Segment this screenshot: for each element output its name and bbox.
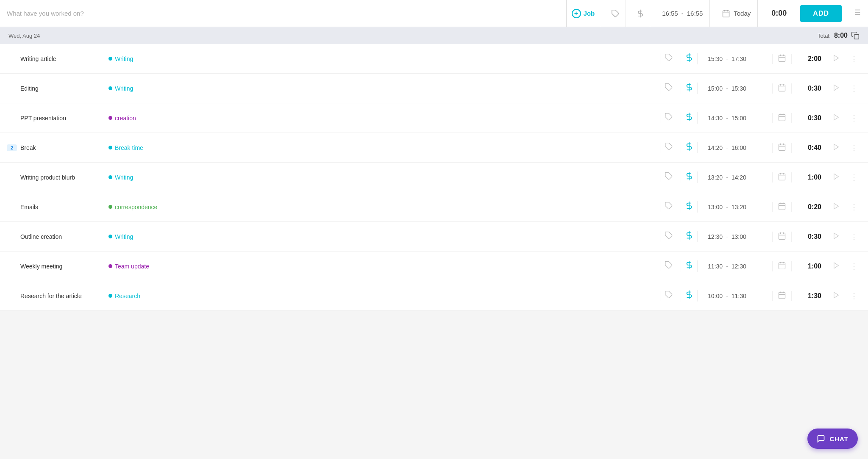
- description-input[interactable]: What have you worked on?: [7, 10, 561, 17]
- tag-icon[interactable]: [660, 231, 677, 242]
- entry-time-end[interactable]: 13:20: [732, 204, 746, 210]
- entry-time-start[interactable]: 10:00: [708, 293, 723, 299]
- more-button[interactable]: ⋮: [848, 202, 861, 212]
- billable-icon[interactable]: [681, 290, 698, 301]
- tag-icon[interactable]: [660, 142, 677, 153]
- entry-time-start[interactable]: 11:30: [708, 263, 723, 270]
- billable-icon[interactable]: [681, 201, 698, 213]
- billable-icon[interactable]: [681, 53, 698, 64]
- entry-time-end[interactable]: 17:30: [732, 55, 746, 62]
- play-button[interactable]: [828, 202, 844, 212]
- svg-marker-40: [834, 144, 839, 150]
- calendar-icon[interactable]: [772, 291, 792, 301]
- more-button[interactable]: ⋮: [848, 143, 861, 152]
- play-button[interactable]: [828, 262, 844, 271]
- play-button[interactable]: [828, 54, 844, 64]
- svg-marker-54: [834, 203, 839, 209]
- time-start[interactable]: 16:55: [662, 10, 678, 17]
- svg-rect-2: [723, 11, 729, 17]
- tag-icon[interactable]: [660, 202, 677, 212]
- job-dot: [108, 57, 112, 61]
- time-range[interactable]: 16:55 - 16:55: [655, 0, 710, 27]
- play-button[interactable]: [828, 143, 844, 152]
- entry-time-end[interactable]: 12:30: [732, 263, 746, 270]
- play-button[interactable]: [828, 232, 844, 241]
- play-button[interactable]: [828, 173, 844, 182]
- calendar-icon[interactable]: [772, 202, 792, 212]
- billable-icon[interactable]: [681, 260, 698, 272]
- entry-time-start[interactable]: 15:00: [708, 85, 723, 92]
- copy-icon[interactable]: [851, 31, 860, 40]
- more-button[interactable]: ⋮: [848, 262, 861, 271]
- time-dash: -: [726, 144, 728, 151]
- entry-job[interactable]: Team update: [108, 263, 657, 270]
- time-end[interactable]: 16:55: [687, 10, 703, 17]
- more-button[interactable]: ⋮: [848, 173, 861, 182]
- more-button[interactable]: ⋮: [848, 84, 861, 93]
- billable-icon[interactable]: [681, 112, 698, 124]
- job-dot: [108, 205, 112, 209]
- entry-time-end[interactable]: 15:30: [732, 85, 746, 92]
- view-toggle-icon[interactable]: [847, 8, 861, 19]
- entry-time-end[interactable]: 11:30: [732, 293, 746, 299]
- entry-time-start[interactable]: 13:20: [708, 174, 723, 181]
- play-button[interactable]: [828, 113, 844, 123]
- entry-job[interactable]: Writing: [108, 55, 657, 62]
- tag-icon[interactable]: [660, 261, 677, 271]
- more-button[interactable]: ⋮: [848, 113, 861, 123]
- entry-job[interactable]: Research: [108, 293, 657, 299]
- billable-icon[interactable]: [681, 231, 698, 242]
- calendar-icon[interactable]: [772, 261, 792, 271]
- entry-time-start[interactable]: 14:30: [708, 115, 723, 122]
- entry-job[interactable]: Writing: [108, 85, 657, 92]
- entry-time-end[interactable]: 14:20: [732, 174, 746, 181]
- entry-time-end[interactable]: 15:00: [732, 115, 746, 122]
- tag-icon[interactable]: [660, 113, 677, 123]
- more-button[interactable]: ⋮: [848, 232, 861, 241]
- calendar-icon[interactable]: [772, 143, 792, 153]
- more-button[interactable]: ⋮: [848, 291, 861, 301]
- svg-rect-29: [779, 114, 785, 121]
- calendar-icon[interactable]: [772, 172, 792, 182]
- tag-button[interactable]: [605, 0, 626, 27]
- date-selector[interactable]: Today: [715, 0, 758, 27]
- billable-icon[interactable]: [681, 83, 698, 94]
- tag-icon[interactable]: [660, 172, 677, 182]
- entry-description: Writing article: [20, 55, 105, 62]
- calendar-icon[interactable]: [772, 232, 792, 242]
- entry-time-start[interactable]: 12:30: [708, 233, 723, 240]
- entry-job[interactable]: creation: [108, 115, 657, 122]
- calendar-icon[interactable]: [772, 54, 792, 64]
- entry-time-start[interactable]: 13:00: [708, 204, 723, 210]
- calendar-icon[interactable]: [772, 113, 792, 123]
- billable-button[interactable]: [631, 0, 650, 27]
- date-group-label: Wed, Aug 24: [8, 33, 40, 39]
- job-selector[interactable]: + Job: [566, 0, 601, 27]
- more-button[interactable]: ⋮: [848, 54, 861, 64]
- entries-list: Writing article Writing 15:30 - 17:30: [0, 44, 868, 311]
- job-dot: [108, 175, 112, 179]
- add-button[interactable]: ADD: [800, 5, 842, 22]
- svg-rect-22: [779, 85, 785, 91]
- svg-marker-75: [834, 292, 839, 298]
- play-button[interactable]: [828, 84, 844, 93]
- calendar-icon[interactable]: [772, 83, 792, 94]
- date-group-header: Wed, Aug 24 Total: 8:00: [0, 27, 868, 44]
- entry-description: Weekly meeting: [20, 263, 105, 270]
- play-button[interactable]: [828, 291, 844, 301]
- time-dash: -: [726, 85, 728, 92]
- tag-icon[interactable]: [660, 83, 677, 94]
- entry-job[interactable]: Break time: [108, 144, 657, 151]
- tag-icon[interactable]: [660, 290, 677, 301]
- entry-job[interactable]: Writing: [108, 233, 657, 240]
- entry-time-start[interactable]: 15:30: [708, 55, 723, 62]
- billable-icon[interactable]: [681, 142, 698, 153]
- entry-job[interactable]: correspondence: [108, 204, 657, 210]
- entry-job[interactable]: Writing: [108, 174, 657, 181]
- billable-icon[interactable]: [681, 171, 698, 183]
- job-dot: [108, 86, 112, 90]
- entry-time-end[interactable]: 16:00: [732, 144, 746, 151]
- entry-time-end[interactable]: 13:00: [732, 233, 746, 240]
- entry-time-start[interactable]: 14:20: [708, 144, 723, 151]
- tag-icon[interactable]: [660, 53, 677, 64]
